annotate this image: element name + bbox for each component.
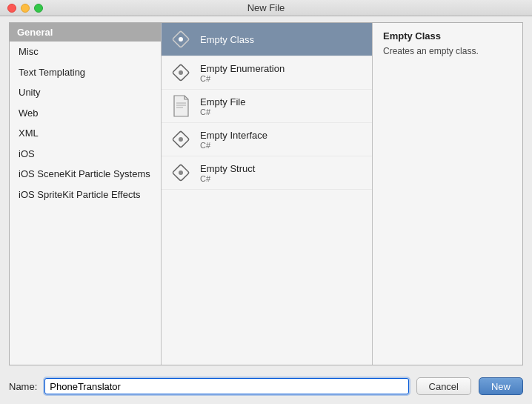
svg-point-10 xyxy=(179,170,183,175)
file-type-name-empty-file: Empty File xyxy=(200,96,245,107)
file-type-sub-empty-enumeration: C# xyxy=(200,74,285,83)
category-item-misc[interactable]: Misc xyxy=(10,42,161,62)
name-label: Name: xyxy=(9,381,37,392)
category-item-text-templating[interactable]: Text Templating xyxy=(10,62,161,83)
file-type-sub-empty-interface: C# xyxy=(200,141,267,150)
file-type-name-empty-class: Empty Class xyxy=(200,34,254,45)
svg-point-8 xyxy=(179,137,183,142)
category-item-ios-spritekit[interactable]: iOS SpriteKit Particle Effects xyxy=(10,185,161,205)
window-title: New File xyxy=(247,2,285,13)
maximize-button[interactable] xyxy=(34,4,43,13)
right-panel: Empty Class Creates an empty class. xyxy=(373,23,522,365)
file-type-item-empty-class[interactable]: Empty Class xyxy=(162,23,372,56)
file-type-item-empty-interface[interactable]: Empty InterfaceC# xyxy=(162,123,372,156)
category-item-ios-scenekit[interactable]: iOS SceneKit Particle Systems xyxy=(10,164,161,185)
svg-point-3 xyxy=(179,70,183,75)
file-type-list: Empty Class Empty EnumerationC# Empty Fi… xyxy=(162,23,372,190)
file-type-icon-empty-file xyxy=(169,94,193,118)
left-panel: General MiscText TemplatingUnityWebXMLiO… xyxy=(10,23,162,365)
right-panel-desc: Creates an empty class. xyxy=(383,44,512,58)
category-item-xml[interactable]: XML xyxy=(10,123,161,144)
file-type-item-empty-enumeration[interactable]: Empty EnumerationC# xyxy=(162,56,372,90)
category-item-web[interactable]: Web xyxy=(10,103,161,124)
category-item-unity[interactable]: Unity xyxy=(10,82,161,103)
main-content: General MiscText TemplatingUnityWebXMLiO… xyxy=(0,16,532,404)
file-type-sub-empty-struct: C# xyxy=(200,174,255,183)
minimize-button[interactable] xyxy=(21,4,30,13)
file-type-name-empty-struct: Empty Struct xyxy=(200,163,255,174)
file-type-icon-empty-interface xyxy=(169,128,193,151)
cancel-button[interactable]: Cancel xyxy=(416,377,471,395)
file-type-item-empty-file[interactable]: Empty FileC# xyxy=(162,90,372,123)
bottom-bar: Name: Cancel New xyxy=(0,371,532,404)
new-button[interactable]: New xyxy=(479,377,523,395)
panels: General MiscText TemplatingUnityWebXMLiO… xyxy=(9,22,523,365)
title-bar: New File xyxy=(0,0,532,16)
file-type-text-empty-struct: Empty StructC# xyxy=(200,163,255,183)
traffic-lights xyxy=(7,4,43,13)
file-type-name-empty-interface: Empty Interface xyxy=(200,130,267,141)
file-type-icon-empty-struct xyxy=(169,161,193,185)
file-type-text-empty-class: Empty Class xyxy=(200,34,254,45)
file-type-icon-empty-class xyxy=(169,27,193,51)
right-panel-title: Empty Class xyxy=(383,30,512,42)
file-type-sub-empty-file: C# xyxy=(200,107,245,116)
left-panel-header: General xyxy=(10,23,161,42)
file-type-name-empty-enumeration: Empty Enumeration xyxy=(200,63,285,74)
middle-panel: Empty Class Empty EnumerationC# Empty Fi… xyxy=(162,23,373,365)
file-type-text-empty-file: Empty FileC# xyxy=(200,96,245,116)
svg-point-1 xyxy=(179,37,183,42)
name-input[interactable] xyxy=(44,378,408,394)
file-type-text-empty-interface: Empty InterfaceC# xyxy=(200,130,267,150)
file-type-item-empty-struct[interactable]: Empty StructC# xyxy=(162,156,372,190)
file-type-icon-empty-enumeration xyxy=(169,61,193,85)
file-type-text-empty-enumeration: Empty EnumerationC# xyxy=(200,63,285,83)
category-item-ios[interactable]: iOS xyxy=(10,144,161,165)
category-list: MiscText TemplatingUnityWebXMLiOSiOS Sce… xyxy=(10,42,161,205)
close-button[interactable] xyxy=(7,4,16,13)
